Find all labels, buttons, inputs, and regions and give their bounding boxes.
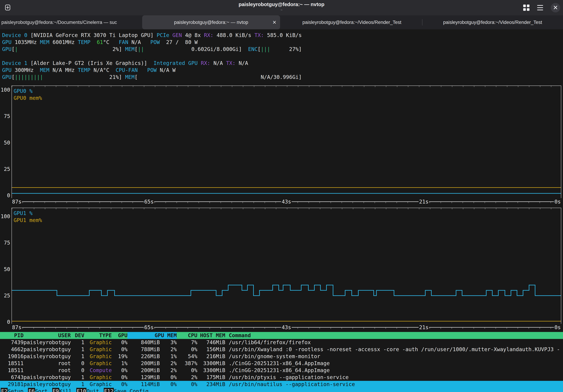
cell-command: /usr/bin/nautilus --gapplication-service: [229, 381, 563, 388]
cell-dev: 1: [71, 381, 84, 388]
new-tab-button[interactable]: [3, 3, 12, 12]
tab-label: paisleyrobotguy@fedora:~ — nvtop: [174, 20, 248, 25]
chart-plot-area: [12, 90, 561, 196]
tab-2[interactable]: paisleyrobotguy@fedora:~ — nvtop×: [141, 15, 282, 29]
column-header-gpu-mem[interactable]: GPU MEM: [128, 332, 177, 339]
cell-cpu: 3%: [160, 339, 177, 346]
fnkey-label: F10: [76, 388, 87, 392]
cell-command: ./CinGG-20251231-x86_64.AppImage: [229, 360, 563, 367]
process-table-body: 7439paisleyrobotguy1Graphic0%840MiB3%7%7…: [0, 339, 563, 388]
cell-mem-pct: 216MiB: [197, 353, 225, 360]
column-header-type[interactable]: TYPE: [84, 332, 112, 339]
cell-command: /usr/bin/gnome-system-monitor: [229, 353, 563, 360]
x-axis-line: [12, 327, 561, 328]
cell-mem-pct: 746MiB: [197, 339, 225, 346]
column-header-gpu[interactable]: GPU: [112, 332, 128, 339]
window-title: paisleyrobotguy@fedora:~ — nvtop: [0, 1, 563, 8]
fnkey-f2: F2Setup: [1, 388, 23, 392]
cell-gpu: 0%: [112, 374, 128, 381]
cell-dev: 1: [71, 353, 84, 360]
info-line: Device 0 [NVIDIA GeForce RTX 3070 Ti Lap…: [2, 32, 302, 39]
tab-1[interactable]: paisleyrobotguy@fedora:~/Documents/Cinel…: [0, 15, 141, 29]
process-row: 4662paisleyrobotguy1Graphic0%788MiB2%0%1…: [0, 346, 563, 353]
fnkey-action: Quit: [87, 388, 99, 392]
tab-bar: paisleyrobotguy@fedora:~/Documents/Cinel…: [0, 15, 563, 29]
fnkey-label: F6: [28, 388, 35, 392]
window-close-button[interactable]: [551, 3, 560, 12]
y-axis-label: 25: [0, 292, 10, 299]
column-header-user[interactable]: USER: [24, 332, 71, 339]
cell-pid: 7439: [2, 339, 24, 346]
cell-pid: 18511: [2, 360, 24, 367]
column-header-cpu[interactable]: CPU: [177, 332, 197, 339]
tab-3[interactable]: paisleyrobotguy@fedora:~/Videos/Render_T…: [282, 15, 422, 29]
cell-pid: 19016: [2, 353, 24, 360]
cell-gpu: 0%: [112, 346, 128, 353]
main-menu-button[interactable]: [537, 5, 543, 10]
cell-user: root: [24, 367, 71, 374]
info-line: Device 1 [Alder Lake-P GT2 (Iris Xe Grap…: [2, 60, 302, 67]
fnkey-f6: F6Sort: [28, 388, 48, 392]
process-row: 29181paisleyrobotguy1Graphic0%114MiB0%0%…: [0, 381, 563, 388]
x-axis-label: 0s: [554, 198, 561, 205]
column-header-command[interactable]: Command: [229, 332, 563, 339]
fnkey-f10: F10Quit: [76, 388, 99, 392]
cell-type: Graphic: [84, 381, 112, 388]
fnkey-label: F2: [1, 388, 8, 392]
cell-gpu: 0%: [112, 339, 128, 346]
column-header-dev[interactable]: DEV: [71, 332, 84, 339]
gpu1--line: [12, 285, 561, 296]
column-header-pid[interactable]: PID: [2, 332, 24, 339]
terminal-viewport[interactable]: Device 0 [NVIDIA GeForce RTX 3070 Ti Lap…: [0, 29, 563, 392]
process-row: 6743paisleyrobotguy1Graphic0%129MiB0%2%1…: [0, 374, 563, 381]
process-row: 18511root0Compute0%200MiB2%0%3300MiB./Ci…: [0, 367, 563, 374]
window-subtitle: ~: [0, 8, 563, 12]
cell-type: Graphic: [84, 374, 112, 381]
x-axis-label: 21s: [419, 198, 429, 205]
tab-4[interactable]: paisleyrobotguy@fedora:~/Videos/Render_T…: [422, 15, 563, 29]
tab-label: paisleyrobotguy@fedora:~/Videos/Render_T…: [302, 20, 401, 25]
cell-host-mem: 54%: [177, 353, 197, 360]
cell-dev: 1: [71, 374, 84, 381]
x-axis-ticks: [12, 328, 561, 329]
info-line: GPU 300MHz MEM N/A MHz TEMP N/A°C CPU-FA…: [2, 67, 302, 74]
cell-cpu: 2%: [160, 346, 177, 353]
x-axis-label: 0s: [554, 324, 561, 331]
tab-overview-button[interactable]: [523, 5, 529, 11]
window-title-block: paisleyrobotguy@fedora:~ — nvtop ~: [0, 1, 563, 12]
new-tab-icon: [4, 4, 11, 12]
fnkey-f12: F12Save Config: [104, 388, 149, 392]
cell-user: paisleyrobotguy: [24, 346, 71, 353]
cell-user: paisleyrobotguy: [24, 353, 71, 360]
cell-command: /usr/bin/ptyxis --gapplication-service: [229, 374, 563, 381]
cell-type: Graphic: [84, 339, 112, 346]
cell-pid: 4662: [2, 346, 24, 353]
x-axis-label: 65s: [144, 198, 154, 205]
x-axis-label: 87s: [12, 198, 22, 205]
cell-gpu: 19%: [112, 353, 128, 360]
process-row: 18511root0Graphic1%200MiB2%387%3300MiB./…: [0, 360, 563, 367]
cell-command: /usr/bin/Xwayland :0 -rootless -noreset …: [229, 346, 563, 353]
cell-gpu: 0%: [112, 381, 128, 388]
cell-cpu: 0%: [160, 374, 177, 381]
info-line: GPU 1035MHz MEM 6001MHz TEMP 61°C FAN N/…: [2, 39, 302, 46]
cell-gpu-mem: 226MiB: [128, 353, 160, 360]
column-header-host-mem[interactable]: HOST MEM: [197, 332, 225, 339]
cell-user: root: [24, 360, 71, 367]
cell-host-mem: 0%: [177, 346, 197, 353]
process-table-header: PIDUSERDEVTYPEGPUGPU MEMCPUHOST MEMComma…: [0, 332, 563, 339]
fnkey-action: Save Config: [114, 388, 149, 392]
cell-pid: 29181: [2, 381, 24, 388]
x-axis-label: 65s: [144, 324, 154, 331]
y-axis-label: 75: [0, 239, 10, 246]
cell-pid: 6743: [2, 374, 24, 381]
cell-command: /usr/lib64/firefox/firefox: [229, 339, 563, 346]
tab-close-button[interactable]: ×: [273, 19, 276, 25]
cell-host-mem: 0%: [177, 381, 197, 388]
cell-user: paisleyrobotguy: [24, 374, 71, 381]
cell-dev: 0: [71, 367, 84, 374]
cell-mem-pct: 3300MiB: [197, 367, 225, 374]
info-line: GPU[| 2%] MEM[|| 0.602Gi/8.000Gi] ENC[||…: [2, 46, 302, 53]
ptyxis-terminal-window: paisleyrobotguy@fedora:~ — nvtop ~ paisl…: [0, 0, 563, 392]
cell-host-mem: 2%: [177, 374, 197, 381]
